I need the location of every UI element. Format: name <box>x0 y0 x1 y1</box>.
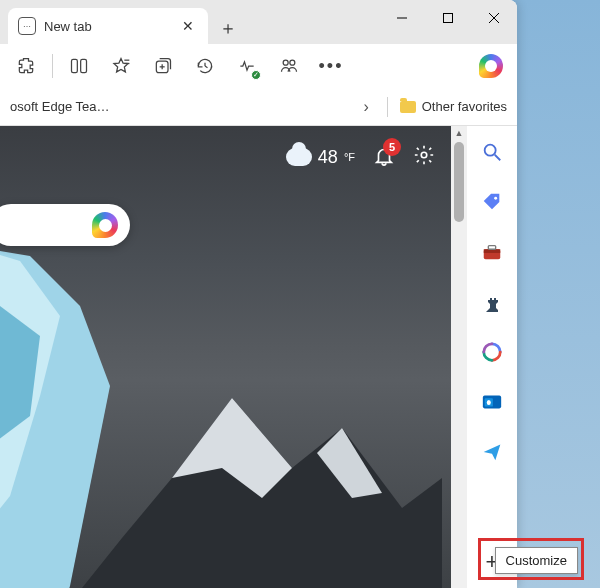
svg-point-13 <box>283 60 288 65</box>
fav-divider <box>387 97 388 117</box>
other-favorites-label: Other favorites <box>422 99 507 114</box>
customize-tooltip: Customize <box>495 547 578 574</box>
favorites-bar: osoft Edge Tea… › Other favorites <box>0 88 517 126</box>
temperature-value: 48 <box>318 147 338 168</box>
toolbox-icon <box>481 241 503 263</box>
weather-widget[interactable]: 48°F <box>286 147 355 168</box>
favorite-link[interactable]: osoft Edge Tea… <box>10 99 110 114</box>
vertical-scrollbar[interactable]: ▲ <box>451 126 467 588</box>
maximize-button[interactable] <box>425 2 471 34</box>
page-settings-button[interactable] <box>413 144 435 170</box>
edge-sidebar: + <box>467 126 517 588</box>
svg-rect-4 <box>72 59 78 72</box>
sidebar-shopping-button[interactable] <box>474 184 510 220</box>
tag-icon <box>481 191 503 213</box>
extensions-button[interactable] <box>8 48 44 84</box>
sidebar-drop-button[interactable] <box>474 434 510 470</box>
sidebar-outlook-button[interactable] <box>474 384 510 420</box>
copilot-search-icon <box>92 212 118 238</box>
new-tab-page: 48°F 5 <box>0 126 451 588</box>
browser-window: ⋯ New tab ✕ ＋ <box>0 0 517 588</box>
sidebar-tools-button[interactable] <box>474 234 510 270</box>
copilot-icon <box>479 54 503 78</box>
sidebar-m365-button[interactable] <box>474 334 510 370</box>
toolbar-divider <box>52 54 53 78</box>
favorites-overflow-button[interactable]: › <box>357 98 374 116</box>
workspaces-button[interactable] <box>271 48 307 84</box>
content-area: 48°F 5 ▲ <box>0 126 517 588</box>
cloud-icon <box>286 148 312 166</box>
close-button[interactable] <box>471 2 517 34</box>
minimize-button[interactable] <box>379 2 425 34</box>
search-box[interactable] <box>0 204 130 246</box>
search-icon <box>481 141 503 163</box>
svg-rect-27 <box>488 246 495 250</box>
svg-point-14 <box>290 60 295 65</box>
new-tab-button[interactable]: ＋ <box>212 12 244 44</box>
m365-icon <box>481 341 503 363</box>
send-icon <box>482 442 502 462</box>
chess-icon <box>482 290 502 314</box>
sidebar-search-button[interactable] <box>474 134 510 170</box>
svg-point-21 <box>421 152 427 158</box>
tab-close-button[interactable]: ✕ <box>178 18 198 34</box>
notifications-button[interactable]: 5 <box>373 144 395 170</box>
scrollbar-thumb[interactable] <box>454 142 464 222</box>
svg-rect-1 <box>444 14 453 23</box>
gear-icon <box>413 144 435 166</box>
tab-favicon: ⋯ <box>18 17 36 35</box>
favorite-link-label: osoft Edge Tea… <box>10 99 110 114</box>
window-controls <box>379 0 517 44</box>
performance-button[interactable]: ✓ <box>229 48 265 84</box>
collections-button[interactable] <box>145 48 181 84</box>
copilot-button[interactable] <box>473 48 509 84</box>
active-tab[interactable]: ⋯ New tab ✕ <box>8 8 208 44</box>
ntp-top-controls: 48°F 5 <box>286 144 435 170</box>
toolbar: ✓ ••• <box>0 44 517 88</box>
notification-badge: 5 <box>383 138 401 156</box>
more-button[interactable]: ••• <box>313 48 349 84</box>
svg-line-12 <box>205 66 208 68</box>
svg-point-22 <box>485 145 496 156</box>
svg-point-24 <box>494 197 497 200</box>
other-favorites-folder[interactable]: Other favorites <box>400 99 507 114</box>
svg-point-30 <box>487 400 491 405</box>
folder-icon <box>400 101 416 113</box>
favorites-button[interactable] <box>103 48 139 84</box>
background-iceberg <box>0 246 140 588</box>
sidebar-games-button[interactable] <box>474 284 510 320</box>
svg-rect-5 <box>81 59 87 72</box>
scrollbar-arrow-up-icon[interactable]: ▲ <box>451 128 467 138</box>
outlook-icon <box>481 391 503 413</box>
tab-title: New tab <box>44 19 170 34</box>
svg-line-23 <box>495 155 501 161</box>
split-screen-button[interactable] <box>61 48 97 84</box>
titlebar: ⋯ New tab ✕ ＋ <box>0 0 517 44</box>
history-button[interactable] <box>187 48 223 84</box>
temperature-unit: °F <box>344 151 355 163</box>
